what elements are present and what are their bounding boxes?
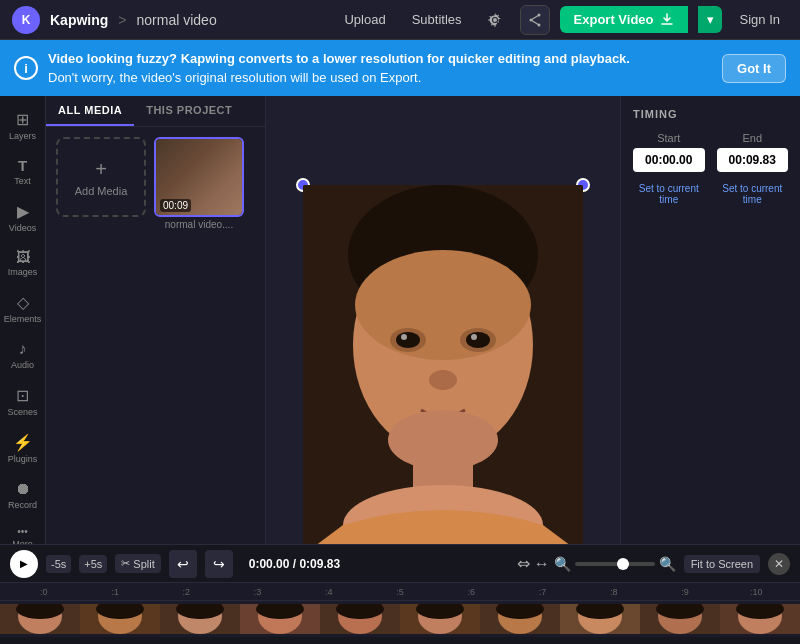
ruler-mark-10: :10 <box>721 587 792 597</box>
sidebar-item-scenes[interactable]: ⊡ Scenes <box>2 380 44 423</box>
timeline-ruler: :0 :1 :2 :3 :4 :5 :6 :7 :8 :9 :10 <box>0 583 800 601</box>
sidebar-label-text: Text <box>14 176 31 186</box>
strip-frame-6 <box>400 604 480 634</box>
video-strip <box>0 604 800 634</box>
scenes-icon: ⊡ <box>16 386 29 405</box>
zoom-fit-icon[interactable]: ⇔ <box>517 554 530 573</box>
strip-frame-5 <box>320 604 400 634</box>
zoom-in-icon[interactable]: 🔍 <box>659 556 676 572</box>
thumbnail-duration: 00:09 <box>160 199 191 212</box>
images-icon: 🖼 <box>16 249 30 265</box>
skip-forward-button[interactable]: +5s <box>79 555 107 573</box>
notification-bar: i Video looking fuzzy? Kapwing converts … <box>0 40 800 96</box>
video-canvas <box>303 185 583 555</box>
media-thumbnail-item[interactable]: 00:09 normal video.... <box>154 137 244 230</box>
signin-button[interactable]: Sign In <box>732 8 788 31</box>
strip-frame-4 <box>240 604 320 634</box>
strip-frame-7 <box>480 604 560 634</box>
ruler-mark-7: :7 <box>507 587 578 597</box>
tab-all-media[interactable]: ALL MEDIA <box>46 96 134 126</box>
tab-this-project[interactable]: THIS PROJECT <box>134 96 244 126</box>
ruler-mark-8: :8 <box>578 587 649 597</box>
sidebar-item-plugins[interactable]: ⚡ Plugins <box>2 427 44 470</box>
subtitles-button[interactable]: Subtitles <box>404 8 470 31</box>
settings-button[interactable] <box>480 5 510 35</box>
timeline-controls: ▶ -5s +5s ✂ Split ↩ ↪ 0:00.00 / 0:09.83 … <box>0 545 800 583</box>
ruler-mark-0: :0 <box>8 587 79 597</box>
end-time-col: End <box>717 132 789 172</box>
end-label: End <box>717 132 789 144</box>
undo-button[interactable]: ↩ <box>169 550 197 578</box>
sidebar-item-record[interactable]: ⏺ Record <box>2 474 44 516</box>
close-timeline-button[interactable]: ✕ <box>768 553 790 575</box>
strip-frame-1 <box>0 604 80 634</box>
start-time-col: Start <box>633 132 705 172</box>
svg-point-11 <box>396 332 420 348</box>
scissors-icon: ✂ <box>121 557 130 570</box>
text-icon: T <box>18 157 27 174</box>
notification-text: Video looking fuzzy? Kapwing converts to… <box>48 49 712 88</box>
add-media-button[interactable]: + Add Media <box>56 137 146 230</box>
strip-frame-8 <box>560 604 640 634</box>
sidebar-item-text[interactable]: T Text <box>2 151 44 192</box>
timing-title: TIMING <box>633 108 788 120</box>
sidebar-label-record: Record <box>8 500 37 510</box>
zoom-arrows-icon[interactable]: ↔ <box>534 555 550 573</box>
start-time-input[interactable] <box>633 148 705 172</box>
timeline-strip[interactable] <box>0 601 800 637</box>
record-icon: ⏺ <box>15 480 31 498</box>
sidebar-label-videos: Videos <box>9 223 36 233</box>
more-icon: ••• <box>17 526 28 537</box>
svg-line-3 <box>531 15 539 20</box>
timeline-time: 0:00.00 / 0:09.83 <box>249 557 340 571</box>
thumbnail-filename: normal video.... <box>154 219 244 230</box>
got-it-button[interactable]: Got It <box>722 54 786 83</box>
sidebar-item-videos[interactable]: ▶ Videos <box>2 196 44 239</box>
sidebar-item-layers[interactable]: ⊞ Layers <box>2 104 44 147</box>
sidebar-label-audio: Audio <box>11 360 34 370</box>
fit-to-screen-button[interactable]: Fit to Screen <box>684 555 760 573</box>
export-dropdown-button[interactable]: ▾ <box>698 6 722 33</box>
redo-button[interactable]: ↪ <box>205 550 233 578</box>
zoom-thumb[interactable] <box>617 558 629 570</box>
media-grid: + Add Media 00:09 normal video.... <box>46 127 265 240</box>
set-end-col: Set to current time <box>717 180 789 205</box>
timing-row: Start End <box>633 132 788 172</box>
strip-frame-2 <box>80 604 160 634</box>
svg-point-12 <box>466 332 490 348</box>
start-label: Start <box>633 132 705 144</box>
videos-icon: ▶ <box>17 202 29 221</box>
end-time-input[interactable] <box>717 148 789 172</box>
brand-name: Kapwing <box>50 12 108 28</box>
topbar: K Kapwing > normal video Upload Subtitle… <box>0 0 800 40</box>
svg-line-4 <box>531 20 539 25</box>
audio-icon: ♪ <box>19 340 27 358</box>
upload-button[interactable]: Upload <box>336 8 393 31</box>
share-button[interactable] <box>520 5 550 35</box>
ruler-mark-9: :9 <box>649 587 720 597</box>
zoom-out-icon[interactable]: 🔍 <box>554 556 571 572</box>
split-button[interactable]: ✂ Split <box>115 554 160 573</box>
zoom-slider[interactable] <box>575 562 655 566</box>
strip-frame-9 <box>640 604 720 634</box>
ruler-mark-5: :5 <box>364 587 435 597</box>
ruler-mark-1: :1 <box>79 587 150 597</box>
project-name: normal video <box>137 12 217 28</box>
info-icon: i <box>14 56 38 80</box>
set-start-time-link[interactable]: Set to current time <box>633 183 705 205</box>
sidebar-label-scenes: Scenes <box>7 407 37 417</box>
strip-frame-3 <box>160 604 240 634</box>
sidebar-item-images[interactable]: 🖼 Images <box>2 243 44 283</box>
skip-back-button[interactable]: -5s <box>46 555 71 573</box>
set-time-row: Set to current time Set to current time <box>633 180 788 205</box>
play-button[interactable]: ▶ <box>10 550 38 578</box>
svg-point-14 <box>471 334 477 340</box>
export-button[interactable]: Export Video <box>560 6 688 33</box>
sidebar-item-elements[interactable]: ◇ Elements <box>2 287 44 330</box>
sidebar-item-audio[interactable]: ♪ Audio <box>2 334 44 376</box>
app-wrapper: K Kapwing > normal video Upload Subtitle… <box>0 0 800 644</box>
breadcrumb-sep: > <box>118 12 126 28</box>
timeline-area: ▶ -5s +5s ✂ Split ↩ ↪ 0:00.00 / 0:09.83 … <box>0 544 800 644</box>
set-end-time-link[interactable]: Set to current time <box>717 183 789 205</box>
svg-point-15 <box>429 370 457 390</box>
